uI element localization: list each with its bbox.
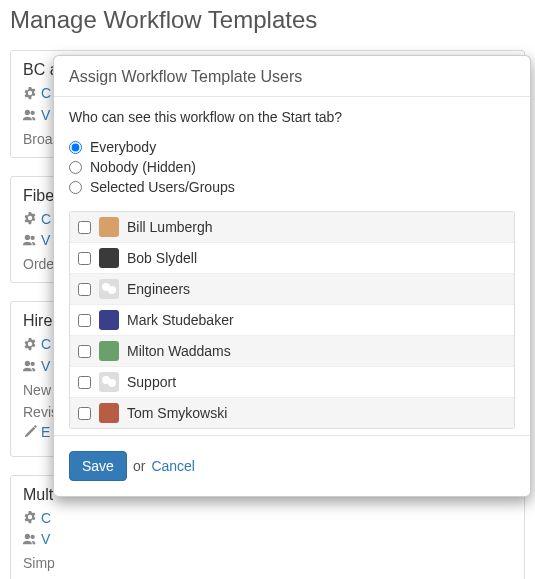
- radio-nobody-input[interactable]: [69, 161, 82, 174]
- radio-selected-label: Selected Users/Groups: [90, 179, 235, 195]
- avatar: [99, 403, 119, 423]
- gear-icon: [23, 510, 37, 527]
- user-row[interactable]: Support: [70, 367, 514, 398]
- avatar: [99, 310, 119, 330]
- gear-icon: [23, 211, 37, 228]
- modal-title: Assign Workflow Template Users: [54, 56, 530, 97]
- avatar: [99, 341, 119, 361]
- visibility-link[interactable]: V: [41, 107, 50, 123]
- configure-link[interactable]: C: [41, 336, 51, 352]
- people-icon: [23, 233, 37, 250]
- user-name: Mark Studebaker: [127, 312, 234, 328]
- user-row[interactable]: Tom Smykowski: [70, 398, 514, 428]
- visibility-link[interactable]: V: [41, 531, 50, 547]
- user-checkbox[interactable]: [78, 314, 91, 327]
- people-icon: [23, 532, 37, 549]
- gear-icon: [23, 337, 37, 354]
- template-desc: Simp: [23, 555, 512, 571]
- user-name: Tom Smykowski: [127, 405, 227, 421]
- avatar: [99, 248, 119, 268]
- avatar: [99, 217, 119, 237]
- avatar: [99, 279, 119, 299]
- configure-link[interactable]: C: [41, 85, 51, 101]
- user-row[interactable]: Mark Studebaker: [70, 305, 514, 336]
- radio-nobody[interactable]: Nobody (Hidden): [69, 157, 515, 177]
- radio-everybody-input[interactable]: [69, 141, 82, 154]
- user-checkbox[interactable]: [78, 283, 91, 296]
- user-checkbox[interactable]: [78, 345, 91, 358]
- user-name: Bob Slydell: [127, 250, 197, 266]
- configure-link[interactable]: C: [41, 211, 51, 227]
- user-name: Milton Waddams: [127, 343, 231, 359]
- configure-link[interactable]: C: [41, 510, 51, 526]
- user-name: Bill Lumbergh: [127, 219, 213, 235]
- user-row[interactable]: Bill Lumbergh: [70, 212, 514, 243]
- user-row[interactable]: Milton Waddams: [70, 336, 514, 367]
- page-title: Manage Workflow Templates: [10, 6, 535, 34]
- user-checkbox[interactable]: [78, 221, 91, 234]
- user-row[interactable]: Bob Slydell: [70, 243, 514, 274]
- radio-everybody-label: Everybody: [90, 139, 156, 155]
- modal-question: Who can see this workflow on the Start t…: [69, 109, 515, 125]
- radio-selected-input[interactable]: [69, 181, 82, 194]
- cancel-link[interactable]: Cancel: [151, 458, 195, 474]
- user-group-list: Bill LumberghBob SlydellEngineersMark St…: [69, 211, 515, 429]
- people-icon: [23, 108, 37, 125]
- edit-link[interactable]: E: [41, 424, 50, 440]
- visibility-link[interactable]: V: [41, 232, 50, 248]
- edit-icon: [23, 425, 37, 442]
- user-row[interactable]: Engineers: [70, 274, 514, 305]
- radio-selected[interactable]: Selected Users/Groups: [69, 177, 515, 197]
- visibility-link[interactable]: V: [41, 358, 50, 374]
- user-checkbox[interactable]: [78, 407, 91, 420]
- radio-nobody-label: Nobody (Hidden): [90, 159, 196, 175]
- assign-users-modal: Assign Workflow Template Users Who can s…: [53, 55, 531, 497]
- user-name: Support: [127, 374, 176, 390]
- people-icon: [23, 359, 37, 376]
- radio-everybody[interactable]: Everybody: [69, 137, 515, 157]
- or-text: or: [133, 458, 145, 474]
- user-checkbox[interactable]: [78, 252, 91, 265]
- avatar: [99, 372, 119, 392]
- gear-icon: [23, 86, 37, 103]
- user-name: Engineers: [127, 281, 190, 297]
- save-button[interactable]: Save: [69, 451, 127, 481]
- user-checkbox[interactable]: [78, 376, 91, 389]
